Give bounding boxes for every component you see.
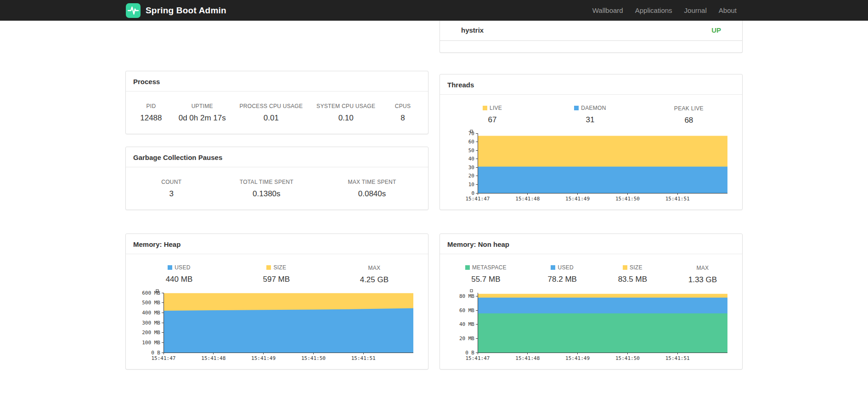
svg-text:40 MB: 40 MB <box>459 321 474 327</box>
legend-swatch-blue <box>168 265 172 270</box>
right-column: hystrix UP Threads LIVE 67 DA <box>440 21 743 370</box>
svg-text:70: 70 <box>468 131 474 137</box>
health-panel-footer <box>440 41 742 52</box>
stat-gc-count: COUNT 3 <box>158 177 185 199</box>
stat-gc-max-time: MAX TIME SPENT 0.0840s <box>348 177 396 199</box>
svg-text:20 MB: 20 MB <box>459 336 474 342</box>
heap-legend: USED 440 MB SIZE 597 MB MAX 4.25 GB <box>126 254 428 286</box>
top-navbar: Spring Boot Admin Wallboard Applications… <box>0 0 868 21</box>
threads-panel: Threads LIVE 67 DAEMON 31 <box>440 74 743 210</box>
process-panel: Process PID 12488 UPTIME 0d 0h 2m 17s PR… <box>125 71 428 134</box>
legend-heap-size: SIZE 597 MB <box>263 263 290 284</box>
nonheap-legend: METASPACE 55.7 MB USED 78.2 MB SIZE <box>440 254 742 286</box>
svg-text:15:41:47: 15:41:47 <box>466 355 490 361</box>
svg-text:0: 0 <box>471 190 474 196</box>
brand-title: Spring Boot Admin <box>146 6 226 16</box>
svg-text:15:41:51: 15:41:51 <box>351 355 376 361</box>
process-panel-title: Process <box>126 71 428 91</box>
legend-swatch-blue <box>551 265 555 270</box>
brand[interactable]: Spring Boot Admin <box>125 3 226 18</box>
threads-panel-title: Threads <box>440 74 742 95</box>
svg-text:15:41:48: 15:41:48 <box>515 355 540 361</box>
legend-swatch-yellow <box>483 106 487 110</box>
svg-text:60: 60 <box>468 139 474 145</box>
svg-text:500 MB: 500 MB <box>142 300 160 306</box>
svg-text:0 B: 0 B <box>465 350 474 356</box>
stat-uptime: UPTIME 0d 0h 2m 17s <box>179 102 226 123</box>
svg-text:300 MB: 300 MB <box>142 320 160 326</box>
legend-heap-used: USED 440 MB <box>165 263 193 284</box>
svg-text:15:41:51: 15:41:51 <box>665 355 690 361</box>
svg-text:15:41:49: 15:41:49 <box>565 355 590 361</box>
legend-swatch-blue <box>574 106 579 110</box>
legend-threads-daemon: DAEMON 31 <box>574 104 606 125</box>
status-badge: UP <box>711 26 721 34</box>
svg-text:15:41:50: 15:41:50 <box>615 196 640 202</box>
legend-nonheap-size: SIZE 83.5 MB <box>618 263 647 284</box>
threads-legend: LIVE 67 DAEMON 31 PEAK LIVE 68 <box>440 95 742 127</box>
stat-process-cpu: PROCESS CPU USAGE 0.01 <box>240 102 303 123</box>
legend-nonheap-max: MAX 1.33 GB <box>688 263 717 285</box>
svg-text:50: 50 <box>468 148 474 154</box>
nav-link-journal[interactable]: Journal <box>678 6 713 14</box>
svg-text:0 B: 0 B <box>151 350 160 356</box>
svg-text:60 MB: 60 MB <box>459 308 474 313</box>
threads-chart: 01020304050607015:41:4715:41:4815:41:491… <box>440 127 742 210</box>
pulse-logo-icon <box>125 3 141 18</box>
health-item-name: hystrix <box>461 26 484 34</box>
legend-threads-peak: PEAK LIVE 68 <box>674 104 704 125</box>
stat-gc-total-time: TOTAL TIME SPENT 0.1380s <box>240 177 293 199</box>
navbar-inner: Spring Boot Admin Wallboard Applications… <box>125 3 743 18</box>
gc-stats: COUNT 3 TOTAL TIME SPENT 0.1380s MAX TIM… <box>126 167 428 210</box>
svg-text:600 MB: 600 MB <box>142 290 160 296</box>
legend-swatch-green <box>465 265 470 270</box>
svg-text:30: 30 <box>468 165 474 171</box>
svg-text:15:41:48: 15:41:48 <box>515 196 540 202</box>
gc-panel-title: Garbage Collection Pauses <box>126 147 428 167</box>
memory-heap-chart: 0 B100 MB200 MB300 MB400 MB500 MB600 MB1… <box>126 286 428 369</box>
svg-text:15:41:49: 15:41:49 <box>565 196 590 202</box>
health-row: hystrix UP <box>440 21 742 41</box>
nav-link-wallboard[interactable]: Wallboard <box>586 6 629 14</box>
stat-pid: PID 12488 <box>137 102 165 123</box>
svg-text:200 MB: 200 MB <box>142 330 160 336</box>
main-content: Process PID 12488 UPTIME 0d 0h 2m 17s PR… <box>125 21 743 370</box>
nav-links: Wallboard Applications Journal About <box>586 6 743 14</box>
memory-nonheap-chart: 0 B20 MB40 MB60 MB80 MB15:41:4715:41:481… <box>440 286 742 369</box>
svg-text:80 MB: 80 MB <box>459 293 474 299</box>
legend-swatch-yellow <box>623 265 627 270</box>
memory-heap-panel: Memory: Heap USED 440 MB SIZE 597 MB <box>125 233 428 370</box>
svg-text:400 MB: 400 MB <box>142 310 160 316</box>
process-stats: PID 12488 UPTIME 0d 0h 2m 17s PROCESS CP… <box>126 91 428 134</box>
legend-nonheap-metaspace: METASPACE 55.7 MB <box>465 263 507 284</box>
memory-heap-panel-title: Memory: Heap <box>126 234 428 254</box>
health-panel: hystrix UP <box>440 21 743 53</box>
stat-system-cpu: SYSTEM CPU USAGE 0.10 <box>316 102 375 123</box>
svg-text:15:41:50: 15:41:50 <box>301 355 326 361</box>
memory-nonheap-panel: Memory: Non heap METASPACE 55.7 MB USED … <box>440 233 743 370</box>
svg-text:15:41:50: 15:41:50 <box>615 355 640 361</box>
legend-threads-live: LIVE 67 <box>479 104 506 125</box>
svg-text:15:41:47: 15:41:47 <box>152 355 176 361</box>
svg-text:15:41:47: 15:41:47 <box>466 196 490 202</box>
gc-panel: Garbage Collection Pauses COUNT 3 TOTAL … <box>125 147 428 210</box>
svg-text:20: 20 <box>468 173 474 179</box>
legend-nonheap-used: USED 78.2 MB <box>548 263 577 284</box>
svg-text:100 MB: 100 MB <box>142 340 160 346</box>
svg-text:15:41:48: 15:41:48 <box>201 355 225 361</box>
svg-text:40: 40 <box>468 156 474 162</box>
nav-link-applications[interactable]: Applications <box>629 6 678 14</box>
legend-swatch-yellow <box>266 265 271 270</box>
svg-text:10: 10 <box>468 182 474 188</box>
nav-link-about[interactable]: About <box>713 6 743 14</box>
left-column: Process PID 12488 UPTIME 0d 0h 2m 17s PR… <box>125 21 428 370</box>
memory-nonheap-panel-title: Memory: Non heap <box>440 234 742 254</box>
stat-cpus: CPUS 8 <box>389 102 417 123</box>
svg-text:15:41:51: 15:41:51 <box>665 196 690 202</box>
svg-text:15:41:49: 15:41:49 <box>251 355 276 361</box>
legend-heap-max: MAX 4.25 GB <box>360 263 389 285</box>
